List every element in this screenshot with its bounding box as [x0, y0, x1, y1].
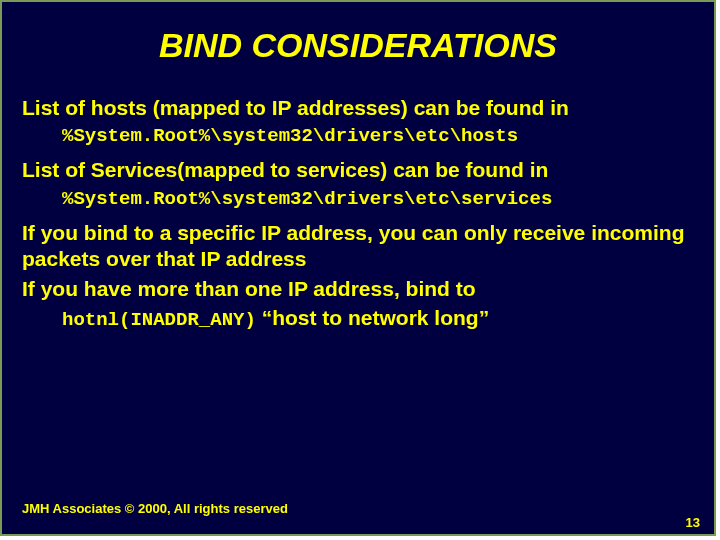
code-explanation: “host to network long” [256, 306, 489, 329]
slide-title: BIND CONSIDERATIONS [2, 2, 714, 95]
slide: BIND CONSIDERATIONS List of hosts (mappe… [0, 0, 716, 536]
bullet-hosts: List of hosts (mapped to IP addresses) c… [22, 95, 694, 121]
code-inaddr-any: hotnl(INADDR_ANY) “host to network long” [62, 306, 694, 331]
footer-copyright: JMH Associates © 2000, All rights reserv… [22, 501, 288, 516]
code-services-path: %System.Root%\system32\drivers\etc\servi… [62, 188, 694, 210]
page-number: 13 [686, 515, 700, 530]
code-hosts-path: %System.Root%\system32\drivers\etc\hosts [62, 125, 694, 147]
bullet-services: List of Services(mapped to services) can… [22, 157, 694, 183]
slide-body: List of hosts (mapped to IP addresses) c… [2, 95, 714, 331]
bullet-bind-specific: If you bind to a specific IP address, yo… [22, 220, 694, 273]
code-snippet: hotnl(INADDR_ANY) [62, 309, 256, 331]
bullet-bind-multiple: If you have more than one IP address, bi… [22, 276, 694, 302]
